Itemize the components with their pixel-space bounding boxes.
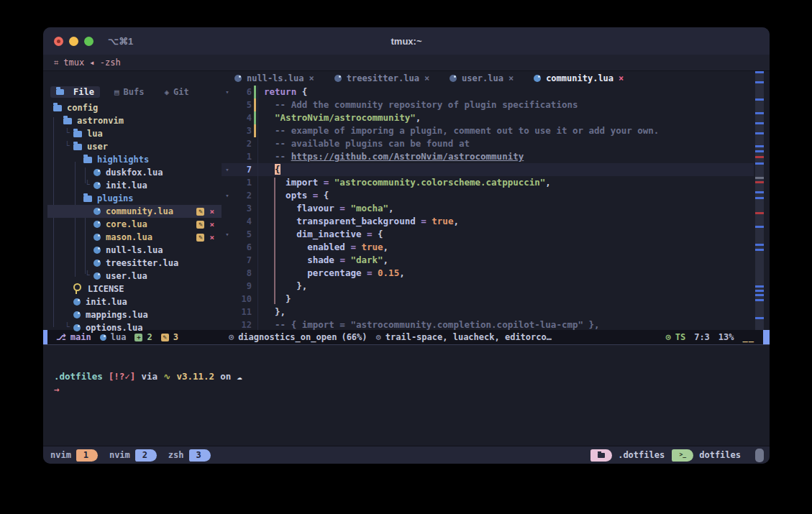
line-number: 10 xyxy=(233,293,252,306)
tree-item-init.lua[interactable]: init.lua xyxy=(47,295,222,308)
tree-item-mappings.lua[interactable]: mappings.lua xyxy=(47,308,222,321)
code-line[interactable]: 3 -- example of imporing a plugin, comme… xyxy=(222,124,754,137)
tree-item-lua[interactable]: └lua xyxy=(47,127,222,140)
code-line[interactable]: 1 -- https://github.com/AstroNvim/astroc… xyxy=(222,150,754,163)
tmux-window-zsh-3[interactable]: zsh3 xyxy=(168,449,211,462)
scope-guide-line xyxy=(274,178,275,304)
code-line[interactable]: 5 -- Add the community repository of plu… xyxy=(222,98,754,111)
tree-item-init.lua[interactable]: └init.lua xyxy=(47,179,222,192)
close-icon[interactable]: × xyxy=(309,73,314,83)
code-line[interactable]: ▾5 dim_inactive = { xyxy=(222,228,754,241)
terminal-window: ⌥⌘1 tmux:~ ⌗ tmux ◂ -zsh File▤Bufs◈Git c… xyxy=(43,27,770,464)
code-line[interactable]: 12 -- { import = "astrocommunity.complet… xyxy=(222,318,754,330)
treesitter-status: ⊙ TS xyxy=(665,332,685,342)
minimap-mark xyxy=(755,145,764,147)
tmux-window-name: nvim xyxy=(50,450,76,460)
code-line[interactable]: ▾2 opts = { xyxy=(222,189,754,202)
code-token: https://github.com/AstroNvim/astrocommun… xyxy=(291,151,524,162)
code-text: return { xyxy=(257,86,307,98)
tree-item-core.lua[interactable]: core.lua✎× xyxy=(47,218,222,231)
fold-chevron-icon xyxy=(222,202,233,215)
titlebar[interactable]: ⌥⌘1 tmux:~ xyxy=(43,27,770,55)
code-line[interactable]: 9 }, xyxy=(222,280,754,293)
code-token: , xyxy=(280,306,286,317)
tree-item-label: user.lua xyxy=(106,271,147,281)
git-sign xyxy=(252,86,257,98)
tree-item-config[interactable]: config xyxy=(47,101,222,114)
tree-item-astronvim[interactable]: astronvim xyxy=(47,114,222,127)
code-line[interactable]: 11 }, xyxy=(222,306,754,318)
code-line[interactable]: 6 enabled = true, xyxy=(222,241,754,254)
tree-item-user.lua[interactable]: └user.lua xyxy=(47,270,222,283)
close-icon[interactable]: × xyxy=(209,233,214,242)
minimize-window-button[interactable] xyxy=(69,37,78,46)
close-icon[interactable]: × xyxy=(424,73,429,83)
buffer-tab-treesitter.lua[interactable]: treesitter.lua× xyxy=(334,73,429,83)
scrollbar-minimap[interactable] xyxy=(755,71,764,330)
buffer-tab-community.lua[interactable]: community.lua× xyxy=(534,73,624,83)
code-token: , xyxy=(399,267,405,278)
code-token: , xyxy=(388,203,394,214)
close-icon[interactable]: × xyxy=(209,220,214,229)
code-line[interactable]: ▾6return { xyxy=(222,86,754,98)
code-line[interactable]: 8 percentage = 0.15, xyxy=(222,267,754,280)
git-sign xyxy=(252,241,257,254)
git-sign xyxy=(252,202,257,215)
line-number: 3 xyxy=(233,124,252,137)
shell-pane[interactable]: .dotfiles [!?✓] via ∿ v3.11.2 on ☁ → xyxy=(43,344,770,446)
tree-item-null-ls.lua[interactable]: null-ls.lua xyxy=(47,244,222,257)
code-token: transparent_background xyxy=(296,216,416,226)
buffer-tab-label: null-ls.lua xyxy=(247,73,304,83)
code-line[interactable]: 1 import = "astrocommunity.colorscheme.c… xyxy=(222,176,754,189)
prompt-on-label: on xyxy=(220,371,231,382)
code-line[interactable]: 10 } xyxy=(222,293,754,306)
tree-item-options.lua[interactable]: └options.lua xyxy=(47,321,222,334)
code-text: -- Add the community repository of plugi… xyxy=(257,98,578,111)
git-sign xyxy=(252,150,257,163)
buffer-tab-null-ls.lua[interactable]: null-ls.lua× xyxy=(234,73,314,83)
close-window-button[interactable] xyxy=(54,37,63,46)
code-line[interactable]: 2 -- available plugins can be found at xyxy=(222,137,754,150)
tree-item-label: mason.lua xyxy=(106,232,152,242)
minimap-mark xyxy=(755,81,764,83)
code-line[interactable]: 3 flavour = "mocha", xyxy=(222,202,754,215)
tree-item-duskfox.lua[interactable]: duskfox.lua xyxy=(47,166,222,179)
close-icon[interactable]: × xyxy=(619,73,624,83)
fold-chevron-icon[interactable]: ▾ xyxy=(222,163,233,176)
fold-chevron-icon[interactable]: ▾ xyxy=(222,189,233,202)
code-line[interactable]: 4 "AstroNvim/astrocommunity", xyxy=(222,111,754,124)
sidebar-tab-git[interactable]: ◈Git xyxy=(158,86,194,98)
code-area[interactable]: ▾6return {5 -- Add the community reposit… xyxy=(222,86,754,330)
code-line[interactable]: 7 shade = "dark", xyxy=(222,254,754,267)
tree-item-mason.lua[interactable]: mason.lua✎× xyxy=(47,231,222,244)
code-token: { xyxy=(296,86,307,97)
code-token: { xyxy=(324,190,329,201)
code-token: flavour xyxy=(296,203,334,214)
code-token: true xyxy=(361,242,383,252)
tree-item-plugins[interactable]: plugins xyxy=(47,192,222,205)
lua-icon xyxy=(93,208,101,215)
close-icon[interactable]: × xyxy=(508,73,514,83)
editor-pane: null-ls.lua×treesitter.lua×user.lua×comm… xyxy=(222,71,754,330)
sidebar-tab-file[interactable]: File xyxy=(50,86,100,98)
tree-item-community.lua[interactable]: community.lua✎× xyxy=(47,205,222,218)
close-icon[interactable]: × xyxy=(209,207,214,216)
tmux-session-row[interactable]: ⌗ tmux ◂ -zsh xyxy=(43,55,770,71)
code-line[interactable]: 4 transparent_background = true, xyxy=(222,215,754,228)
tree-item-label: core.lua xyxy=(106,219,147,229)
buffer-tab-user.lua[interactable]: user.lua× xyxy=(450,73,514,83)
buffer-tab-label: user.lua xyxy=(462,73,503,83)
zoom-window-button[interactable] xyxy=(84,37,93,46)
tree-item-LICENSE[interactable]: LICENSE xyxy=(47,283,222,295)
tmux-window-nvim-2[interactable]: nvim2 xyxy=(109,449,157,462)
code-line[interactable]: ▾7 { xyxy=(222,163,754,176)
tmux-window-nvim-1[interactable]: nvim1 xyxy=(50,449,98,462)
fold-chevron-icon[interactable]: ▾ xyxy=(222,86,233,98)
tree-item-treesitter.lua[interactable]: treesitter.lua xyxy=(47,257,222,270)
sidebar-tab-bufs[interactable]: ▤Bufs xyxy=(109,86,150,98)
tree-item-highlights[interactable]: highlights xyxy=(47,153,222,166)
fold-chevron-icon[interactable]: ▾ xyxy=(222,228,233,241)
code-token: = xyxy=(307,190,324,201)
tree-item-user[interactable]: └user xyxy=(47,140,222,153)
fold-chevron-icon xyxy=(222,267,233,280)
